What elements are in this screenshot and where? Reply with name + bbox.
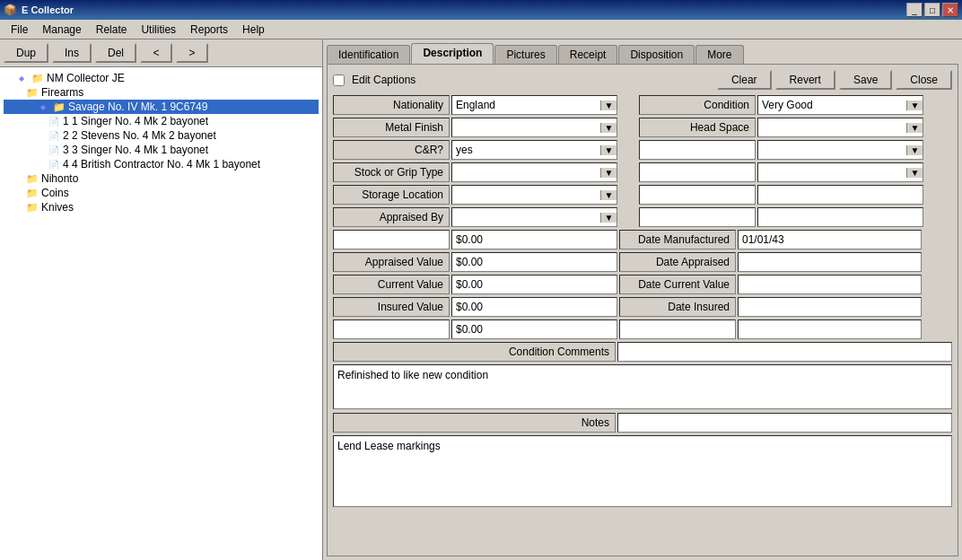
condition-comments-label: Condition Comments	[333, 342, 616, 362]
nationality-value: England	[452, 97, 600, 113]
date-manufactured-value[interactable]: 01/01/43	[738, 230, 922, 249]
date-current-value[interactable]	[738, 275, 922, 294]
insured-value-label: Insured Value	[333, 297, 450, 317]
head-space-arrow[interactable]: ▼	[906, 123, 923, 133]
tree: ◆ 📁 NM Collector JE 📁 Firearms ◆ 📁 Savag…	[0, 67, 322, 560]
appraised-by-dropdown[interactable]: ▼	[451, 207, 617, 227]
app-icon: 📦	[4, 3, 18, 17]
tree-item-2[interactable]: 📄 2 2 Stevens No. 4 Mk 2 bayonet	[4, 128, 319, 143]
del-button[interactable]: Del	[95, 43, 136, 63]
tab-bar: Identification Description Pictures Rece…	[323, 39, 962, 64]
insured-value[interactable]: $0.00	[451, 297, 617, 317]
menu-help[interactable]: Help	[235, 22, 272, 38]
appraised-by-arrow[interactable]: ▼	[600, 213, 617, 223]
current-value[interactable]: $0.00	[451, 275, 617, 294]
form-panel: Edit Captions Clear Revert Save Close Na…	[327, 64, 958, 556]
tree-item-4[interactable]: 📄 4 4 British Contractor No. 4 Mk 1 bayo…	[4, 157, 319, 171]
empty-label-6	[639, 207, 756, 227]
clear-button[interactable]: Clear	[717, 70, 772, 90]
tab-receipt[interactable]: Receipt	[558, 45, 618, 64]
tree-knives[interactable]: 📁 Knives	[4, 200, 319, 214]
condition-arrow[interactable]: ▼	[906, 101, 923, 110]
empty-arrow-3[interactable]: ▼	[906, 145, 923, 155]
tab-description[interactable]: Description	[411, 43, 494, 64]
tree-savage[interactable]: ◆ 📁 Savage No. IV Mk. 1 9C6749	[4, 100, 319, 114]
tree-firearms[interactable]: 📁 Firearms	[4, 85, 319, 100]
empty-label-4	[639, 162, 756, 182]
blank-value-7[interactable]: $0.00	[451, 230, 617, 249]
storage-location-dropdown[interactable]: ▼	[451, 185, 617, 205]
minimize-button[interactable]: _	[906, 3, 923, 17]
tree-root[interactable]: ◆ 📁 NM Collector JE	[4, 71, 319, 85]
folder-icon-2: 📁	[52, 101, 66, 113]
nationality-dropdown[interactable]: England ▼	[451, 95, 617, 115]
extra-value[interactable]: $0.00	[451, 319, 617, 339]
tree-coins[interactable]: 📁 Coins	[4, 186, 319, 200]
empty-arrow-4[interactable]: ▼	[906, 168, 923, 178]
tree-item-2-label: 2 2 Stevens No. 4 Mk 2 bayonet	[63, 129, 216, 142]
tab-identification[interactable]: Identification	[327, 45, 410, 64]
metal-finish-label: Metal Finish	[333, 118, 450, 137]
empty-input-5	[757, 185, 923, 205]
tab-more[interactable]: More	[695, 45, 743, 64]
notes-textarea[interactable]: Lend Lease markings	[333, 435, 952, 507]
save-button[interactable]: Save	[839, 70, 892, 90]
tree-coins-label: Coins	[41, 187, 69, 199]
toolbar: Dup Ins Del < >	[0, 39, 322, 67]
maximize-button[interactable]: □	[924, 3, 940, 17]
dup-button[interactable]: Dup	[4, 43, 48, 63]
doc-icon-1: 📄	[47, 115, 61, 127]
tree-nihonto[interactable]: 📁 Nihonto	[4, 171, 319, 186]
edit-captions-checkbox[interactable]	[333, 74, 345, 86]
next-button[interactable]: >	[176, 43, 208, 63]
title-bar: 📦 E Collector _ □ ✕	[0, 0, 962, 20]
appraised-by-label: Appraised By	[333, 207, 450, 227]
cr-arrow[interactable]: ▼	[600, 145, 617, 155]
menu-manage[interactable]: Manage	[35, 22, 88, 38]
date-manufactured-label: Date Manufactured	[619, 230, 736, 249]
blank-label-11	[333, 319, 450, 339]
folder-icon: 📁	[25, 86, 39, 99]
appraised-value[interactable]: $0.00	[451, 252, 617, 272]
empty-dropdown-4[interactable]: ▼	[757, 162, 923, 182]
menu-reports[interactable]: Reports	[183, 22, 235, 38]
edit-captions-label: Edit Captions	[352, 74, 415, 86]
stock-grip-arrow[interactable]: ▼	[600, 168, 617, 178]
date-current-value-label: Date Current Value	[619, 275, 736, 294]
close-window-button[interactable]: ✕	[942, 3, 958, 17]
date-appraised-value[interactable]	[738, 252, 922, 272]
condition-dropdown[interactable]: Very Good ▼	[757, 95, 923, 115]
revert-button[interactable]: Revert	[775, 70, 835, 90]
close-button[interactable]: Close	[896, 70, 952, 90]
tree-knives-label: Knives	[41, 201, 74, 214]
stock-grip-dropdown[interactable]: ▼	[451, 162, 617, 182]
prev-button[interactable]: <	[140, 43, 172, 63]
form-top-row: Edit Captions Clear Revert Save Close	[333, 70, 952, 90]
nationality-arrow[interactable]: ▼	[600, 101, 617, 110]
date-insured-value[interactable]	[738, 297, 922, 317]
tree-item-1[interactable]: 📄 1 1 Singer No. 4 Mk 2 bayonet	[4, 114, 319, 128]
cr-dropdown[interactable]: yes ▼	[451, 140, 617, 160]
condition-value: Very Good	[758, 97, 906, 113]
tree-firearms-label: Firearms	[41, 86, 83, 99]
storage-location-arrow[interactable]: ▼	[600, 190, 617, 200]
menu-utilities[interactable]: Utilities	[134, 22, 183, 38]
head-space-dropdown[interactable]: ▼	[757, 118, 923, 137]
empty-input-6	[757, 207, 923, 227]
tab-disposition[interactable]: Disposition	[618, 45, 695, 64]
diamond-icon-2: ◆	[36, 101, 50, 113]
metal-finish-value	[452, 126, 600, 129]
date-insured-label: Date Insured	[619, 297, 736, 317]
menu-file[interactable]: File	[4, 22, 35, 38]
tab-pictures[interactable]: Pictures	[494, 45, 556, 64]
menu-relate[interactable]: Relate	[89, 22, 135, 38]
tree-item-3[interactable]: 📄 3 3 Singer No. 4 Mk 1 bayonet	[4, 143, 319, 157]
condition-comments-textarea[interactable]: Refinished to like new condition	[333, 364, 952, 409]
empty-dropdown-3[interactable]: ▼	[757, 140, 923, 160]
ins-button[interactable]: Ins	[52, 43, 92, 63]
metal-finish-arrow[interactable]: ▼	[600, 123, 617, 133]
window-controls[interactable]: _ □ ✕	[906, 3, 958, 17]
menu-bar: File Manage Relate Utilities Reports Hel…	[0, 20, 962, 39]
extra-date-value[interactable]	[738, 319, 922, 339]
metal-finish-dropdown[interactable]: ▼	[451, 118, 617, 137]
